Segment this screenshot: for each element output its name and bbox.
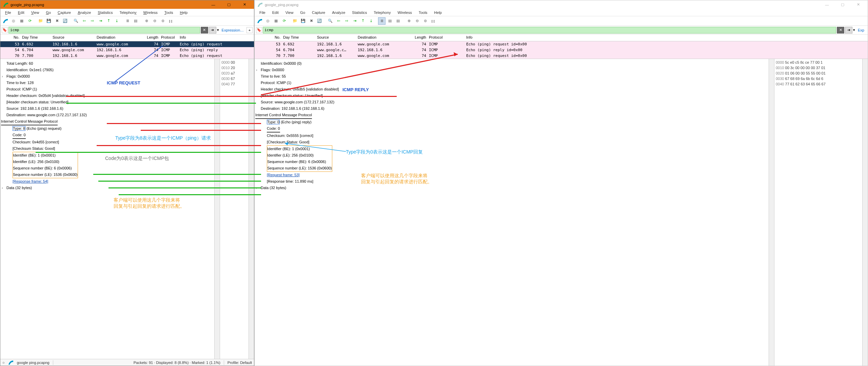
detail-row[interactable]: Identifier (LE): 256 (0x0100): [13, 159, 78, 165]
detail-row[interactable]: Source: www.google.com (172.217.167.132): [261, 99, 767, 105]
toolbar-colorize-icon[interactable]: ▤: [386, 17, 394, 25]
toolbar-reload-icon[interactable]: 🔄: [61, 17, 69, 25]
titlebar-left[interactable]: google_ping.pcapng — ▢ ✕: [0, 0, 254, 9]
detail-row[interactable]: [Header checksum status: Unverified]: [6, 99, 213, 105]
filter-expression-link[interactable]: Expression…: [220, 28, 246, 32]
expand-icon[interactable]: ›: [2, 73, 3, 80]
toolbar-start-icon[interactable]: [2, 17, 9, 25]
titlebar-right[interactable]: google_ping.pcapng — ▢ ✕: [255, 0, 868, 9]
bytes-scrollbar[interactable]: [249, 59, 254, 359]
menu-go[interactable]: Go: [43, 10, 54, 15]
expand-icon[interactable]: ›: [256, 185, 257, 191]
toolbar-prev-icon[interactable]: ⇦: [80, 17, 88, 25]
detail-row[interactable]: Header checksum: 0x05d4 [validation disa…: [6, 93, 213, 99]
detail-row[interactable]: Type: 0 (Echo (ping) reply): [261, 119, 767, 125]
detail-row[interactable]: Source: 192.168.1.6 (192.168.1.6): [6, 105, 213, 112]
col-day[interactable]: Day Time: [282, 35, 316, 41]
col-src[interactable]: Source: [316, 35, 356, 41]
col-no[interactable]: No.: [255, 35, 282, 41]
display-filter-input[interactable]: [8, 27, 200, 34]
toolbar-open-icon[interactable]: 📁: [291, 17, 299, 25]
detail-row[interactable]: Identifier (BE): 1 (0x0001): [267, 146, 332, 152]
filter-bookmark-icon[interactable]: 🔖: [2, 27, 8, 33]
menu-capture[interactable]: Capture: [55, 10, 74, 15]
menu-edit[interactable]: Edit: [270, 10, 281, 15]
toolbar-find-icon[interactable]: 🔍: [72, 17, 80, 25]
filter-bookmark-icon[interactable]: 🔖: [256, 27, 262, 33]
menu-capture[interactable]: Capture: [309, 10, 328, 15]
packet-list-header-left[interactable]: No. Day Time Source Destination Length P…: [0, 35, 254, 41]
detail-row[interactable]: Destination: 192.168.1.6 (192.168.1.6): [261, 105, 767, 112]
detail-row[interactable]: ›Flags: 0x0000: [6, 73, 213, 80]
detail-row[interactable]: Time to live: 128: [6, 80, 213, 86]
filter-dropdown-icon[interactable]: ▾: [217, 28, 219, 32]
expand-icon[interactable]: ›: [256, 67, 257, 73]
packet-list-right[interactable]: 536.692192.168.1.6www.google.com74ICMPEc…: [255, 41, 868, 59]
details-scrollbar[interactable]: [769, 59, 774, 366]
detail-row[interactable]: Total Length: 60: [6, 60, 213, 67]
toolbar-save-icon[interactable]: 💾: [299, 17, 307, 25]
toolbar-zoomin-icon[interactable]: ⊕: [405, 17, 413, 25]
detail-row[interactable]: ›Data (32 bytes): [6, 185, 213, 191]
detail-row[interactable]: ⌄Internet Control Message Protocol: [1, 118, 213, 125]
detail-row[interactable]: [Response time: 11.890 ms]: [261, 178, 767, 185]
detail-row[interactable]: [Request frame: 53]: [261, 172, 767, 178]
toolbar-zoomout-icon[interactable]: ⊖: [151, 17, 158, 25]
menu-file[interactable]: File: [257, 10, 268, 15]
packet-details-right[interactable]: Identification: 0x0000 (0) ›Flags: 0x000…: [255, 59, 769, 366]
details-scrollbar[interactable]: [214, 59, 220, 359]
toolbar-jump-icon[interactable]: ⇥: [97, 17, 104, 25]
detail-row[interactable]: Protocol: ICMP (1): [261, 80, 767, 86]
detail-row[interactable]: Protocol: ICMP (1): [6, 86, 213, 93]
toolbar-last-icon[interactable]: ⤓: [367, 17, 375, 25]
toolbar-first-icon[interactable]: ⤒: [359, 17, 367, 25]
menu-analyze[interactable]: Analyze: [75, 10, 94, 15]
toolbar-resize-icon[interactable]: ⫿⫿: [430, 17, 437, 25]
maximize-button[interactable]: ▢: [222, 1, 236, 9]
toolbar-stop-icon[interactable]: ▦: [18, 17, 25, 25]
detail-row[interactable]: Identification: 0x1ee1 (7905): [6, 67, 213, 73]
menu-help[interactable]: Help: [177, 10, 190, 15]
col-len[interactable]: Length: [139, 35, 160, 41]
toolbar-last-icon[interactable]: ⤓: [113, 17, 120, 25]
toolbar-options-icon[interactable]: ◎: [264, 17, 272, 25]
menu-statistics[interactable]: Statistics: [95, 10, 115, 15]
toolbar-colorize2-icon[interactable]: ▤: [394, 17, 402, 25]
packet-row[interactable]: 546.704www.google.com192.168.1.674ICMPEc…: [0, 47, 254, 53]
toolbar-prev-icon[interactable]: ⇦: [335, 17, 342, 25]
minimize-button[interactable]: —: [820, 1, 834, 9]
detail-row[interactable]: Checksum: 0x5555 [correct]: [261, 133, 767, 139]
menu-view[interactable]: View: [283, 10, 296, 15]
toolbar-resize-icon[interactable]: ⫿⫿: [167, 17, 175, 25]
toolbar-reload-icon[interactable]: 🔄: [316, 17, 323, 25]
filter-clear-button[interactable]: ✕: [837, 27, 844, 34]
filter-add-button[interactable]: +: [246, 27, 253, 33]
toolbar-options-icon[interactable]: ◎: [10, 17, 17, 25]
status-profile[interactable]: Profile: Default: [228, 361, 252, 365]
toolbar-colorize-icon[interactable]: ▤: [132, 17, 139, 25]
toolbar-zoomout-icon[interactable]: ⊖: [413, 17, 421, 25]
menu-go[interactable]: Go: [297, 10, 308, 15]
detail-row[interactable]: Destination: www.google.com (172.217.167…: [6, 112, 213, 118]
toolbar-zoomin-icon[interactable]: ⊕: [143, 17, 150, 25]
menu-view[interactable]: View: [28, 10, 42, 15]
col-proto[interactable]: Protocol: [428, 35, 465, 41]
detail-row[interactable]: [Checksum Status: Good]: [261, 139, 767, 145]
status-balloon-icon[interactable]: ○: [2, 361, 5, 365]
toolbar-first-icon[interactable]: ⤒: [105, 17, 112, 25]
toolbar-restart-icon[interactable]: ⟳: [26, 17, 34, 25]
detail-row[interactable]: [Response frame: 54]: [6, 178, 213, 185]
filter-apply-button[interactable]: ➔: [209, 27, 216, 34]
detail-row[interactable]: Sequence number (BE): 6 (0x0006): [13, 165, 78, 171]
toolbar-find-icon[interactable]: 🔍: [327, 17, 334, 25]
expand-icon[interactable]: ›: [2, 185, 3, 191]
col-no[interactable]: No.: [0, 35, 21, 41]
detail-row[interactable]: Identifier (BE): 1 (0x0001): [13, 152, 78, 159]
detail-row[interactable]: Code: 0: [6, 132, 213, 139]
toolbar-restart-icon[interactable]: ⟳: [280, 17, 288, 25]
toolbar-stop-icon[interactable]: ▦: [272, 17, 280, 25]
packet-list-left[interactable]: 536.692192.168.1.6www.google.com74ICMPEc…: [0, 41, 254, 59]
menu-wireless[interactable]: Wireless: [141, 10, 160, 15]
packet-row[interactable]: 536.692192.168.1.6www.google.com74ICMPEc…: [255, 41, 868, 47]
toolbar-open-icon[interactable]: 📁: [37, 17, 44, 25]
